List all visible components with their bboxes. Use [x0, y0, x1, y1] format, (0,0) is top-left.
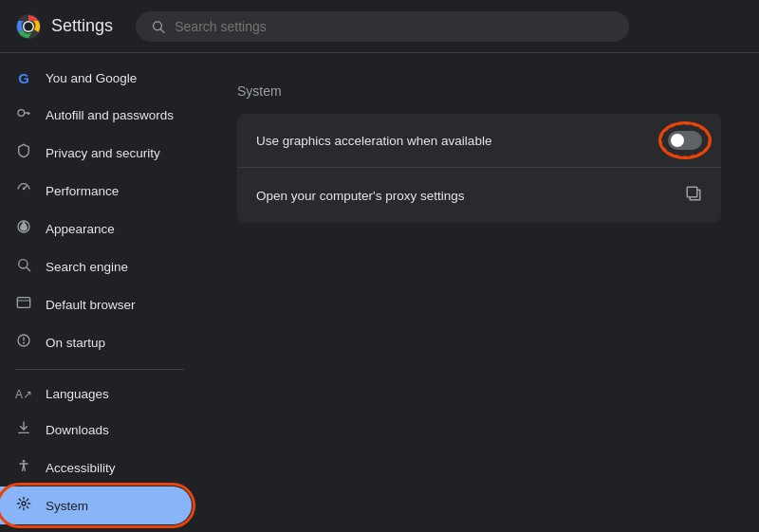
sidebar-item-reset[interactable]: Reset settings: [0, 524, 192, 532]
sidebar-item-label: Performance: [46, 184, 119, 198]
sidebar-item-label: Languages: [46, 387, 109, 401]
header: Settings: [0, 0, 759, 53]
languages-icon: A↗: [15, 388, 32, 401]
accessibility-icon: [15, 458, 32, 477]
layout: G You and Google Autofill and passwords …: [0, 53, 759, 532]
sidebar-item-privacy[interactable]: Privacy and security: [0, 134, 192, 172]
startup-icon: [15, 333, 32, 352]
performance-icon: [15, 181, 32, 200]
settings-title: Settings: [51, 16, 113, 36]
sidebar-item-label: Downloads: [46, 423, 109, 437]
section-title: System: [237, 83, 721, 99]
search-icon: [151, 19, 165, 34]
settings-card: Use graphics acceleration when available…: [237, 114, 721, 223]
sidebar-item-appearance[interactable]: Appearance: [0, 210, 192, 248]
google-icon: G: [15, 70, 32, 86]
sidebar-item-languages[interactable]: A↗ Languages: [0, 377, 192, 411]
sidebar-item-you-and-google[interactable]: G You and Google: [0, 61, 192, 96]
search-engine-icon: [15, 257, 32, 276]
main-content: System Use graphics acceleration when av…: [199, 53, 759, 532]
toggle-thumb: [671, 134, 684, 147]
browser-icon: [15, 295, 32, 314]
svg-point-10: [23, 188, 26, 191]
graphics-acceleration-row: Use graphics acceleration when available: [237, 114, 721, 168]
shield-icon: [15, 143, 32, 162]
chrome-logo-icon: [15, 13, 42, 40]
svg-line-4: [160, 28, 163, 31]
search-input[interactable]: [175, 19, 614, 34]
sidebar-item-label: Appearance: [46, 222, 115, 236]
sidebar-item-system[interactable]: System: [0, 486, 192, 524]
sidebar-item-label: Privacy and security: [46, 146, 160, 160]
proxy-settings-row: Open your computer's proxy settings: [237, 168, 721, 223]
sidebar-item-autofill[interactable]: Autofill and passwords: [0, 96, 192, 134]
svg-point-17: [23, 342, 25, 344]
sidebar-item-label: Search engine: [46, 260, 128, 274]
sidebar-item-accessibility[interactable]: Accessibility: [0, 449, 192, 486]
appearance-icon: [15, 219, 32, 238]
sidebar-item-label: On startup: [46, 336, 105, 350]
svg-point-5: [18, 110, 25, 117]
svg-point-2: [25, 22, 33, 30]
sidebar-item-label: Accessibility: [46, 461, 116, 475]
sidebar-item-label: System: [46, 499, 88, 513]
logo-area: Settings: [15, 13, 113, 40]
proxy-external-link-icon[interactable]: [685, 185, 702, 206]
svg-rect-14: [17, 298, 29, 308]
svg-point-19: [23, 460, 26, 463]
system-icon: [15, 496, 32, 515]
graphics-acceleration-toggle[interactable]: [668, 131, 702, 150]
search-bar[interactable]: [136, 11, 629, 42]
svg-rect-29: [687, 187, 697, 197]
toggle-track[interactable]: [668, 131, 702, 150]
proxy-settings-label: Open your computer's proxy settings: [256, 189, 464, 203]
sidebar-item-on-startup[interactable]: On startup: [0, 323, 192, 361]
key-icon: [15, 105, 32, 124]
svg-point-20: [22, 502, 26, 505]
sidebar-item-default-browser[interactable]: Default browser: [0, 285, 192, 323]
sidebar-item-search-engine[interactable]: Search engine: [0, 248, 192, 285]
sidebar-item-label: Autofill and passwords: [46, 108, 174, 122]
downloads-icon: [15, 420, 32, 439]
sidebar-item-performance[interactable]: Performance: [0, 172, 192, 210]
sidebar: G You and Google Autofill and passwords …: [0, 53, 199, 532]
divider-1: [15, 369, 184, 370]
graphics-acceleration-label: Use graphics acceleration when available: [256, 134, 491, 148]
svg-line-13: [27, 267, 30, 271]
sidebar-item-label: You and Google: [46, 71, 137, 85]
sidebar-item-label: Default browser: [46, 298, 136, 312]
sidebar-item-downloads[interactable]: Downloads: [0, 411, 192, 449]
